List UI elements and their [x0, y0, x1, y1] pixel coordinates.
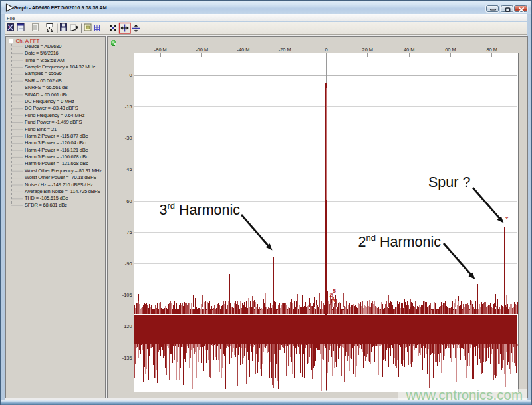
- svg-text:-20 M: -20 M: [279, 47, 291, 53]
- svg-text:-90: -90: [125, 261, 132, 267]
- svg-text:-45: -45: [125, 166, 132, 172]
- svg-text:0: 0: [129, 72, 132, 78]
- svg-text:-40 M: -40 M: [237, 47, 249, 53]
- svg-text:-80 M: -80 M: [154, 47, 167, 53]
- svg-text:80 M: 80 M: [486, 47, 497, 53]
- svg-text:6: 6: [334, 297, 338, 303]
- svg-text:-30: -30: [125, 135, 132, 141]
- svg-text:5: 5: [333, 288, 336, 294]
- svg-text:-60: -60: [125, 198, 132, 204]
- svg-text:-75: -75: [125, 229, 132, 235]
- svg-text:0: 0: [325, 47, 327, 53]
- svg-text:-105: -105: [122, 292, 132, 298]
- svg-text:Spur ?: Spur ?: [428, 174, 470, 190]
- svg-text:60 M: 60 M: [445, 47, 456, 53]
- svg-text:-135: -135: [122, 355, 132, 361]
- svg-text:-60 M: -60 M: [196, 47, 208, 53]
- svg-text:-120: -120: [122, 323, 132, 329]
- svg-text:-15: -15: [125, 104, 132, 110]
- svg-text:*: *: [505, 215, 509, 223]
- svg-text:20 M: 20 M: [362, 47, 373, 53]
- svg-text:40 M: 40 M: [404, 47, 414, 53]
